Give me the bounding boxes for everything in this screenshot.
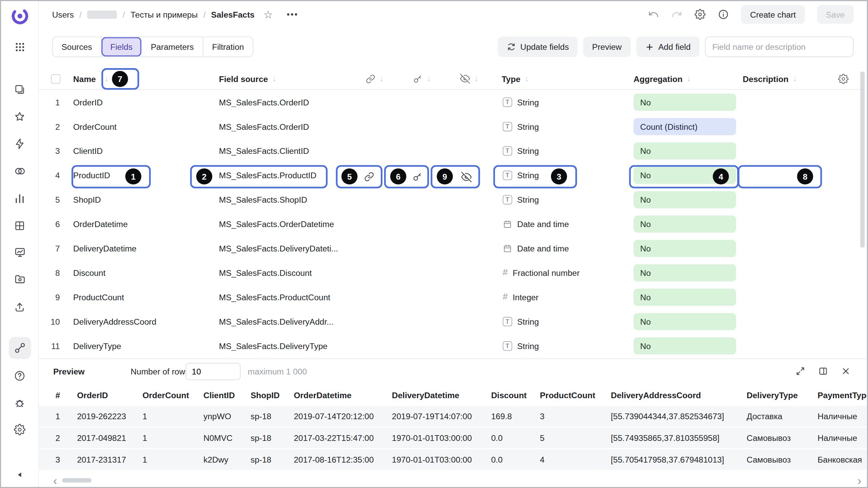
favorite-star-icon[interactable]: ☆ (263, 9, 273, 20)
sort-icon-key[interactable]: ↓ (427, 74, 431, 83)
sort-icon-description[interactable]: ↓ (793, 74, 797, 83)
preview-toggle-button[interactable]: Preview (583, 37, 631, 57)
row-eye-off-icon[interactable] (461, 172, 472, 182)
apps-grid-icon[interactable] (9, 37, 30, 58)
breadcrumb-redacted-item[interactable] (87, 10, 117, 19)
field-source[interactable]: MS_SalesFacts.OrderID (219, 97, 309, 107)
sort-icon-hidden[interactable]: ↓ (474, 74, 478, 83)
field-row[interactable]: 5 ShopID MS_SalesFacts.ShopID T # String… (39, 187, 860, 212)
tab-sources[interactable]: Sources (53, 37, 101, 57)
save-button[interactable]: Save (817, 5, 853, 24)
storage-folder-icon[interactable] (9, 269, 30, 290)
field-source[interactable]: MS_SalesFacts.OrderID (219, 122, 309, 131)
field-name[interactable]: ProductID (73, 170, 110, 180)
aggregation-value[interactable]: No (634, 142, 736, 159)
services-circles-icon[interactable] (9, 161, 30, 182)
aggregation-value[interactable]: No (634, 191, 736, 208)
preview-horizontal-scrollbar[interactable] (62, 478, 92, 483)
field-source[interactable]: MS_SalesFacts.OrderDatetime (219, 219, 334, 229)
sort-icon-link[interactable]: ↓ (380, 74, 383, 83)
field-source[interactable]: MS_SalesFacts.DeliveryType (219, 341, 328, 350)
breadcrumb-folder[interactable]: Тесты и примеры (131, 10, 198, 19)
dataset-settings-gear-icon[interactable] (695, 9, 706, 20)
update-fields-button[interactable]: Update fields (498, 37, 578, 57)
aggregation-value[interactable]: No (634, 337, 736, 354)
select-all-checkbox[interactable] (51, 74, 60, 83)
aggregation-value[interactable]: No (634, 93, 736, 110)
tab-filtration[interactable]: Filtration (203, 37, 253, 57)
field-row[interactable]: 2 OrderCount MS_SalesFacts.OrderID T # S… (39, 114, 860, 139)
create-chart-button[interactable]: Create chart (741, 5, 805, 24)
aggregation-value[interactable]: No (634, 313, 736, 330)
field-type[interactable]: T # String (501, 170, 633, 180)
field-source[interactable]: MS_SalesFacts.DeliveryDateti... (219, 243, 338, 253)
sort-icon-source[interactable]: ↓ (272, 74, 276, 83)
field-source[interactable]: MS_SalesFacts.DeliveryAddr... (219, 317, 334, 326)
add-field-button[interactable]: Add field (636, 37, 699, 57)
aggregation-value[interactable]: No (634, 240, 736, 257)
field-row[interactable]: 10 DeliveryAddressCoord MS_SalesFacts.De… (39, 309, 860, 333)
field-type[interactable]: T # String (501, 146, 633, 156)
field-type[interactable]: T # String (501, 97, 633, 107)
field-row[interactable]: 6 OrderDatetime MS_SalesFacts.OrderDatet… (39, 211, 860, 236)
field-row[interactable]: 8 Discount MS_SalesFacts.Discount T # Fr… (39, 260, 860, 285)
aggregation-value[interactable]: Count (Distinct) (634, 118, 736, 135)
favorites-star-icon[interactable] (9, 106, 30, 127)
dashboards-grid-icon[interactable] (9, 215, 30, 236)
field-type[interactable]: T # String (501, 122, 633, 131)
field-row[interactable]: 11 DeliveryType MS_SalesFacts.DeliveryTy… (39, 333, 860, 358)
bug-report-icon[interactable] (9, 392, 30, 413)
field-source[interactable]: MS_SalesFacts.Discount (219, 268, 312, 277)
row-link-icon[interactable] (364, 172, 374, 182)
sort-icon-type[interactable]: ↓ (525, 74, 529, 83)
datalens-logo[interactable] (9, 5, 30, 26)
redo-icon[interactable] (671, 9, 683, 20)
more-actions-icon[interactable] (287, 14, 297, 16)
field-type[interactable]: T # Date and time (501, 219, 633, 229)
help-icon[interactable] (9, 365, 30, 386)
field-name[interactable]: OrderCount (73, 122, 117, 131)
monitoring-board-icon[interactable] (9, 242, 30, 263)
field-row[interactable]: 9 ProductCount MS_SalesFacts.ProductCoun… (39, 285, 860, 309)
undo-icon[interactable] (648, 9, 659, 20)
tab-parameters[interactable]: Parameters (142, 37, 203, 57)
sidebar-collapse-icon[interactable] (9, 464, 30, 485)
sort-icon-name[interactable]: ↓ (105, 74, 108, 83)
fields-vertical-scrollbar[interactable] (860, 72, 865, 248)
field-name[interactable]: Discount (73, 268, 105, 277)
field-source[interactable]: MS_SalesFacts.ProductID (219, 170, 317, 180)
field-name[interactable]: OrderID (73, 97, 103, 107)
field-type[interactable]: T # Fractional number (501, 268, 633, 278)
sort-icon-aggregation[interactable]: ↓ (687, 74, 691, 83)
row-key-icon[interactable] (412, 172, 422, 182)
quick-actions-bolt-icon[interactable] (9, 133, 30, 154)
tab-fields[interactable]: Fields (101, 37, 142, 57)
field-type[interactable]: T # Date and time (501, 243, 633, 253)
field-row[interactable]: 1 OrderID MS_SalesFacts.OrderID T # Stri… (39, 90, 860, 114)
charts-icon[interactable] (9, 188, 30, 209)
export-upload-icon[interactable] (9, 297, 30, 318)
field-source[interactable]: MS_SalesFacts.ShopID (219, 195, 307, 204)
field-name[interactable]: ShopID (73, 195, 101, 204)
field-type[interactable]: T # String (501, 195, 633, 204)
field-type[interactable]: T # String (501, 341, 633, 350)
preview-split-view-icon[interactable] (818, 366, 828, 376)
field-row[interactable]: 3 ClientID MS_SalesFacts.ClientID T # St… (39, 139, 860, 163)
field-name[interactable]: OrderDatetime (73, 219, 128, 229)
table-settings-gear-icon[interactable] (838, 74, 849, 84)
scroll-right-chevron-icon[interactable]: › (857, 475, 861, 486)
field-source[interactable]: MS_SalesFacts.ProductCount (219, 292, 330, 302)
field-type[interactable]: T # String (501, 317, 633, 326)
scroll-left-chevron-icon[interactable]: ‹ (53, 475, 57, 486)
breadcrumb-users[interactable]: Users (52, 10, 74, 19)
field-search-input[interactable] (705, 37, 853, 57)
field-source[interactable]: MS_SalesFacts.ClientID (219, 146, 309, 156)
rows-count-input[interactable] (186, 363, 241, 380)
aggregation-value[interactable]: No (634, 215, 736, 232)
field-name[interactable]: ClientID (73, 146, 103, 156)
aggregation-value[interactable]: No (634, 264, 736, 281)
field-name[interactable]: DeliveryType (73, 341, 121, 350)
preview-close-icon[interactable] (841, 366, 851, 376)
collections-icon[interactable] (9, 79, 30, 100)
connections-icon[interactable] (8, 337, 31, 359)
